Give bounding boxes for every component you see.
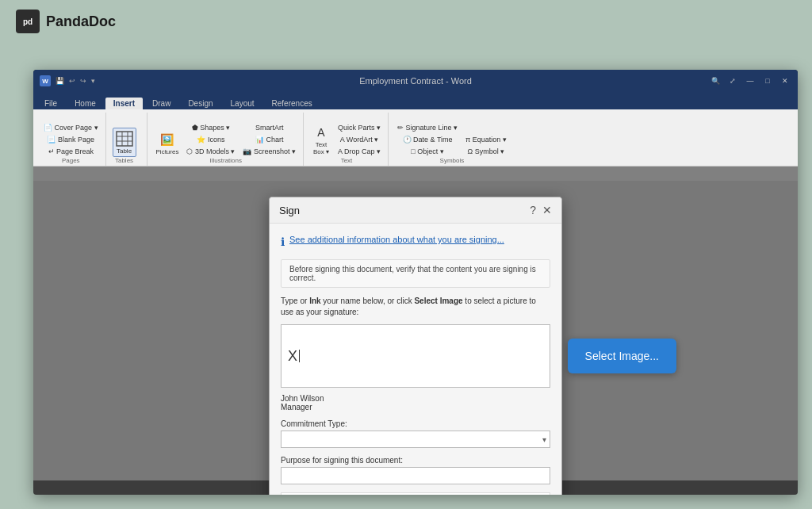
tab-references[interactable]: References [264, 98, 320, 109]
signature-x: X [288, 349, 297, 363]
instruction-text: Type or Ink your name below, or click Se… [281, 296, 550, 318]
pandadoc-header: pd PandaDoc [16, 10, 116, 33]
ribbon-item-blank-page[interactable]: 📃 Blank Page [41, 134, 101, 145]
ribbon-item-3d-models[interactable]: ⬡ 3D Models ▾ [184, 146, 237, 157]
table-icon [116, 130, 133, 147]
info-link[interactable]: See additional information about what yo… [289, 235, 504, 244]
more-icon[interactable]: ▾ [91, 77, 95, 85]
symbols-group-label: Symbols [395, 157, 509, 166]
pandadoc-logo: pd [16, 10, 40, 33]
tab-design[interactable]: Design [180, 98, 220, 109]
ribbon-item-cover-page[interactable]: 📄 Cover Page ▾ [41, 122, 101, 133]
tab-home[interactable]: Home [67, 98, 104, 109]
document-area: Sign ? ✕ ℹ See additional information ab… [33, 166, 798, 480]
ribbon-body: 📄 Cover Page ▾ 📃 Blank Page ↵ Page Break… [33, 109, 798, 166]
dialog-close-icon[interactable]: ✕ [542, 204, 552, 216]
pages-group-label: Pages [41, 157, 101, 166]
ribbon-tabs: File Home Insert Draw Design Layout Refe… [33, 92, 798, 109]
ribbon-group-pages: 📄 Cover Page ▾ 📃 Blank Page ↵ Page Break… [36, 113, 106, 166]
commitment-type-dropdown[interactable]: ▾ [281, 431, 550, 448]
ribbon-item-page-break[interactable]: ↵ Page Break [41, 146, 101, 157]
ribbon-group-symbols: ✏ Signature Line ▾ 🕐 Date & Time □ Objec… [390, 113, 514, 166]
window-title: Employment Contract - Word [359, 76, 472, 86]
text-group-label: Text [310, 157, 383, 166]
signer-title: Manager [281, 403, 550, 411]
redo-icon[interactable]: ↪ [80, 77, 86, 85]
tables-group-label: Tables [113, 157, 136, 166]
undo-icon[interactable]: ↩ [69, 77, 75, 85]
ribbon-item-object[interactable]: □ Object ▾ [395, 146, 460, 157]
sign-dialog: Sign ? ✕ ℹ See additional information ab… [269, 197, 562, 480]
commitment-type-label: Commitment Type: [281, 419, 550, 428]
word-window: W 💾 ↩ ↪ ▾ Employment Contract - Word 🔍 ⤢… [33, 70, 798, 495]
illustrations-group-label: Illustrations [154, 157, 298, 166]
ribbon-group-tables: Table Tables [108, 113, 147, 166]
save-icon[interactable]: 💾 [56, 77, 64, 85]
ribbon-item-symbol[interactable]: Ω Symbol ▾ [463, 146, 509, 157]
warning-bar: Before signing this document, verify tha… [281, 259, 550, 288]
select-image-button[interactable]: Select Image... [568, 339, 676, 373]
dialog-help-icon[interactable]: ? [530, 204, 536, 216]
tab-draw[interactable]: Draw [144, 98, 178, 109]
signer-info: John Wilson Manager [281, 394, 550, 411]
signer-name: John Wilson [281, 394, 550, 403]
window-controls: 🔍 ⤢ — □ ✕ [709, 75, 791, 87]
title-bar: W 💾 ↩ ↪ ▾ Employment Contract - Word 🔍 ⤢… [33, 70, 798, 92]
title-bar-left: W 💾 ↩ ↪ ▾ [40, 75, 95, 86]
info-icon: ℹ [281, 235, 285, 248]
restore-btn[interactable]: ⤢ [726, 75, 739, 87]
signature-area[interactable]: X Select Image... [281, 324, 550, 388]
purpose-label: Purpose for signing this document: [281, 456, 550, 465]
ribbon-item-equation[interactable]: π Equation ▾ [463, 134, 509, 145]
signature-cursor [299, 350, 300, 362]
ribbon-item-pictures[interactable]: 🖼️ Pictures [154, 129, 182, 157]
ribbon-item-screenshot[interactable]: 📷 Screenshot ▾ [240, 146, 298, 157]
dialog-title-bar: Sign ? ✕ [270, 197, 561, 224]
table-label: Table [117, 147, 132, 155]
svg-rect-0 [117, 132, 132, 146]
ribbon-item-date-time[interactable]: 🕐 Date & Time [395, 134, 460, 145]
ribbon-item-drop-cap[interactable]: A Drop Cap ▾ [335, 146, 383, 157]
commitment-type-arrow: ▾ [542, 435, 546, 444]
ribbon-item-chart[interactable]: 📊 Chart [240, 134, 298, 145]
pandadoc-name: PandaDoc [46, 13, 116, 30]
word-icon: W [40, 75, 51, 86]
dialog-overlay: Sign ? ✕ ℹ See additional information ab… [33, 181, 798, 480]
ribbon-item-signature-line[interactable]: ✏ Signature Line ▾ [395, 122, 460, 133]
ribbon-group-illustrations: 🖼️ Pictures ⬟ Shapes ▾ ⭐ Icons ⬡ 3D Mode… [149, 113, 304, 166]
ribbon-item-wordart[interactable]: A WordArt ▾ [335, 134, 383, 145]
tab-file[interactable]: File [36, 98, 65, 109]
close-btn[interactable]: ✕ [779, 75, 791, 87]
info-bar: ℹ See additional information about what … [281, 232, 550, 251]
ribbon-item-shapes[interactable]: ⬟ Shapes ▾ [184, 122, 237, 133]
purpose-input[interactable] [281, 467, 550, 480]
dialog-body: ℹ See additional information about what … [270, 224, 561, 480]
ribbon-item-smartart[interactable]: SmartArt [240, 122, 298, 133]
ribbon-item-icons[interactable]: ⭐ Icons [184, 134, 237, 145]
tab-insert[interactable]: Insert [105, 98, 143, 109]
ribbon-item-table[interactable]: Table [113, 128, 136, 157]
ribbon-group-text: A TextBox ▾ Quick Parts ▾ A WordArt ▾ A … [305, 113, 389, 166]
dialog-title: Sign [279, 205, 300, 216]
textbox-icon: A [312, 124, 330, 141]
tab-layout[interactable]: Layout [223, 98, 262, 109]
search-window-btn[interactable]: 🔍 [709, 75, 722, 87]
ribbon-item-quick-parts[interactable]: Quick Parts ▾ [335, 122, 383, 133]
minimize-btn[interactable]: — [744, 75, 756, 87]
pictures-icon: 🖼️ [159, 131, 176, 148]
maximize-btn[interactable]: □ [761, 75, 774, 87]
dialog-header-icons: ? ✕ [530, 204, 552, 216]
ribbon-item-textbox[interactable]: A TextBox ▾ [310, 122, 332, 157]
